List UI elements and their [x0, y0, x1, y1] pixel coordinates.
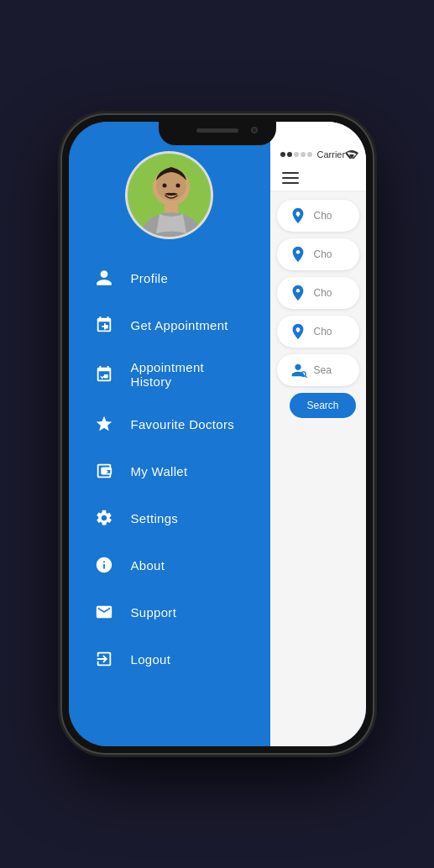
svg-line-9: [305, 376, 306, 377]
phone-frame: Profile Get Appointment: [62, 115, 373, 753]
location-pin-icon-3: [289, 284, 307, 302]
envelope-icon: [92, 600, 116, 624]
signal-dot-4: [301, 152, 306, 157]
signal-dot-3: [294, 152, 299, 157]
phone-screen: Profile Get Appointment: [69, 122, 366, 746]
sidebar-item-favourite-doctors-label: Favourite Doctors: [131, 417, 234, 431]
wifi-icon: [345, 149, 358, 160]
person-icon: [92, 266, 116, 290]
search-button[interactable]: Search: [290, 393, 355, 418]
location-row-3[interactable]: Cho: [277, 277, 359, 309]
location-row-2[interactable]: Cho: [277, 238, 359, 270]
location-medical-icon-1: [289, 207, 307, 225]
calendar-check-icon: [92, 363, 116, 386]
svg-point-7: [105, 471, 107, 473]
carrier-label: Carrier: [317, 149, 346, 159]
svg-point-6: [176, 184, 180, 188]
status-bar: Carrier: [270, 122, 366, 165]
sidebar-item-support[interactable]: Support: [82, 588, 257, 635]
calendar-plus-icon: [92, 313, 116, 337]
sidebar-item-settings[interactable]: Settings: [82, 494, 257, 541]
svg-point-5: [163, 184, 167, 188]
sidebar-item-get-appointment[interactable]: Get Appointment: [82, 301, 257, 348]
signal-dot-5: [307, 152, 312, 157]
avatar: [125, 151, 213, 239]
star-icon: [92, 412, 116, 436]
signal-dot-2: [287, 152, 292, 157]
signal-area: Carrier: [280, 149, 346, 159]
hamburger-bar: [270, 165, 366, 191]
sidebar-item-appointment-history[interactable]: Appointment History: [82, 348, 257, 400]
location-row-2-text: Cho: [314, 248, 348, 260]
sidebar-item-settings-label: Settings: [131, 511, 179, 526]
gear-icon: [92, 506, 116, 530]
info-icon: [92, 553, 116, 577]
search-person-icon: [289, 361, 307, 379]
location-pin-icon-2: [289, 245, 307, 264]
location-row-3-text: Cho: [314, 287, 348, 299]
phone-notch: [159, 122, 276, 145]
search-person-row-text: Sea: [314, 364, 348, 376]
sidebar-item-my-wallet[interactable]: My Wallet: [82, 447, 257, 494]
location-medical-icon-4: [289, 322, 307, 341]
search-person-row[interactable]: Sea: [277, 354, 359, 386]
sidebar-item-about-label: About: [131, 558, 165, 573]
content-area: Cho Cho: [270, 191, 366, 746]
hamburger-icon[interactable]: [282, 172, 299, 184]
hamburger-line-2: [282, 177, 299, 179]
signal-dots: [280, 152, 312, 157]
location-row-4-text: Cho: [314, 326, 348, 337]
sidebar-item-profile-label: Profile: [131, 271, 169, 285]
right-panel: Carrier: [270, 122, 366, 746]
location-row-4[interactable]: Cho: [277, 316, 359, 348]
nav-menu: Profile Get Appointment: [69, 254, 270, 682]
hamburger-line-3: [282, 182, 299, 184]
sidebar-item-favourite-doctors[interactable]: Favourite Doctors: [82, 400, 257, 447]
sidebar-item-get-appointment-label: Get Appointment: [131, 318, 228, 332]
hamburger-line-1: [282, 172, 299, 174]
sidebar-item-appointment-history-label: Appointment History: [131, 360, 247, 389]
speaker: [196, 128, 238, 133]
signal-dot-1: [280, 152, 285, 157]
logout-icon: [92, 647, 116, 671]
sidebar-item-about[interactable]: About: [82, 541, 257, 588]
side-drawer: Profile Get Appointment: [69, 122, 270, 746]
sidebar-item-my-wallet-label: My Wallet: [131, 464, 188, 478]
location-row-1[interactable]: Cho: [277, 200, 359, 232]
camera: [251, 127, 258, 133]
sidebar-item-support-label: Support: [131, 605, 177, 620]
location-row-1-text: Cho: [314, 210, 348, 222]
sidebar-item-profile[interactable]: Profile: [82, 254, 257, 301]
sidebar-item-logout-label: Logout: [131, 652, 171, 667]
wallet-icon: [92, 459, 116, 483]
sidebar-item-logout[interactable]: Logout: [82, 635, 257, 682]
